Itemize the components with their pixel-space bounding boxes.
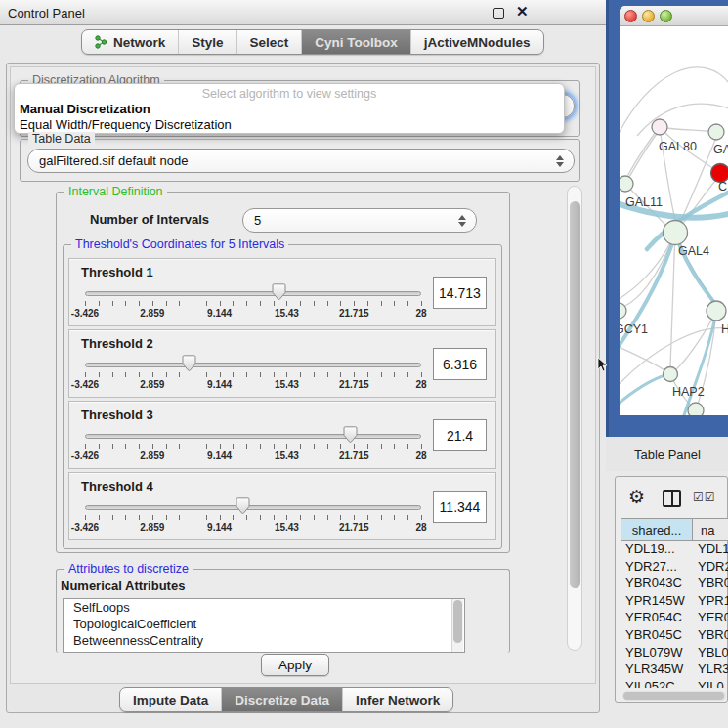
column-layout-icon[interactable] [663, 490, 681, 507]
slider-track[interactable] [85, 505, 421, 510]
table-row[interactable]: YBR045CYBR0 [621, 627, 728, 644]
table-row[interactable]: YDL19...YDL1 [621, 541, 728, 558]
num-intervals-value: 5 [254, 213, 261, 228]
table-row[interactable]: YIL052CYIL0 [621, 679, 728, 688]
threshold-value-field[interactable]: 21.4 [433, 419, 487, 451]
tick-mark [314, 515, 315, 520]
tick-label: -3.426 [64, 522, 107, 533]
tick-label: 28 [400, 450, 443, 461]
slider-track[interactable] [85, 434, 421, 439]
node-top-right[interactable] [708, 124, 724, 140]
minimize-traffic-light-icon[interactable] [642, 10, 655, 22]
tab-jactivemnodules[interactable]: jActiveMNodules [411, 30, 543, 54]
attribute-item[interactable]: SelfLoops [64, 599, 464, 616]
node-label: GAL4 [678, 244, 709, 258]
table-row[interactable]: YBR043CYBR0 [621, 576, 728, 592]
tick-mark [260, 515, 261, 520]
table-data-combobox[interactable]: galFiltered.sif default node [27, 149, 575, 173]
close-traffic-light-icon[interactable] [624, 10, 637, 22]
table-row[interactable]: YER054CYER0 [621, 610, 728, 626]
tick-mark [139, 372, 140, 377]
algorithm-option[interactable]: Manual Discretization [20, 102, 150, 116]
slider-thumb[interactable] [343, 426, 358, 448]
node-label: GCY1 [620, 322, 648, 336]
tab-label: Select [250, 35, 289, 50]
tick-mark [367, 444, 368, 449]
table-panel-title: Table Panel [634, 448, 701, 462]
tick-mark [314, 372, 315, 377]
tick-mark [421, 515, 422, 520]
slider-thumb[interactable] [236, 497, 250, 519]
threshold-value-field[interactable]: 11.344 [433, 491, 487, 523]
table-row[interactable]: YBL079WYBL0 [621, 645, 728, 662]
node-gal11[interactable] [620, 176, 633, 192]
tick-mark [233, 372, 234, 377]
panel-scrollbar-thumb[interactable] [570, 201, 580, 588]
tab-cyni-toolbox[interactable]: Cyni Toolbox [302, 30, 411, 54]
tick-mark [85, 301, 86, 306]
tick-mark [367, 372, 368, 377]
network-canvas[interactable]: GAL80GACGAL11GAL4GCY1HHAP2 [620, 26, 728, 415]
column-header-shared[interactable]: shared... [621, 518, 693, 541]
attribute-item[interactable]: BetweennessCentrality [64, 632, 464, 649]
table-row[interactable]: YLR345WYLR3 [621, 662, 728, 678]
tab-discretize-data[interactable]: Discretize Data [222, 688, 343, 711]
tick-mark [220, 372, 221, 377]
threshold-value-field[interactable]: 6.316 [433, 348, 487, 380]
network-window-titlebar[interactable] [620, 6, 728, 26]
tick-mark [274, 444, 275, 449]
slider-track[interactable] [85, 291, 421, 296]
node-gal4[interactable] [664, 221, 688, 245]
slider-track[interactable] [85, 363, 421, 367]
slider-thumb[interactable] [182, 355, 196, 376]
tab-select[interactable]: Select [237, 30, 303, 54]
tick-mark [394, 444, 395, 449]
tab-impute-data[interactable]: Impute Data [120, 688, 222, 711]
tick-mark [85, 372, 86, 377]
cell-shared-name: YIL052C [625, 679, 675, 688]
tick-mark [286, 444, 287, 449]
tick-mark [246, 515, 247, 520]
tab-network[interactable]: Network [82, 30, 179, 54]
threshold-box: Threshold 3-3.4262.8599.14415.4321.71528… [68, 401, 496, 469]
attributes-scrollbar-thumb[interactable] [453, 600, 462, 643]
algorithm-option[interactable]: Equal Width/Frequency Discretization [20, 117, 232, 132]
cell-shared-name: YBR043C [625, 576, 682, 590]
mouse-cursor [597, 357, 609, 372]
tick-label: 15.43 [265, 450, 308, 461]
cell-shared-name: YBR045C [625, 627, 682, 642]
tick-label: 28 [400, 379, 443, 390]
float-window-icon[interactable] [493, 8, 504, 19]
close-icon[interactable]: ✕ [516, 3, 529, 21]
checkbox-icons[interactable]: ☑☑ [693, 491, 716, 504]
node-label: C [718, 180, 727, 193]
node-h[interactable] [707, 301, 726, 321]
table-hscrollbar-thumb[interactable] [623, 692, 724, 700]
table-data-value: galFiltered.sif default node [39, 153, 188, 168]
maximize-traffic-light-icon[interactable] [660, 10, 672, 22]
cell-name: YDR2 [698, 559, 728, 574]
table-row[interactable]: YPR145WYPR1 [621, 593, 728, 610]
tick-mark [300, 444, 301, 449]
tab-infer-network[interactable]: Infer Network [343, 688, 452, 711]
column-header-name[interactable]: na [692, 518, 728, 541]
table-row[interactable]: YDR27...YDR2 [621, 559, 728, 576]
settings-gear-icon[interactable]: ⚙ [628, 486, 645, 508]
apply-button[interactable]: Apply [261, 654, 329, 676]
thresholds-group-title: Threshold's Coordinates for 5 Intervals [71, 237, 288, 251]
attribute-item[interactable]: TopologicalCoefficient [64, 616, 464, 632]
cell-shared-name: YER054C [625, 610, 682, 624]
tick-label: 9.144 [198, 379, 241, 390]
threshold-value-field[interactable]: 14.713 [433, 277, 487, 309]
tab-style[interactable]: Style [179, 30, 236, 54]
num-intervals-combobox[interactable]: 5 [242, 208, 477, 233]
tick-mark [233, 301, 234, 306]
tick-mark [260, 444, 261, 449]
tick-mark [193, 515, 193, 520]
node-bottom[interactable] [688, 403, 704, 415]
node-hap2[interactable] [664, 367, 678, 382]
node-gal80[interactable] [652, 119, 667, 135]
tick-mark [166, 444, 167, 449]
attributes-list[interactable]: SelfLoopsTopologicalCoefficientBetweenne… [63, 598, 465, 653]
tick-label: 2.859 [131, 379, 174, 390]
